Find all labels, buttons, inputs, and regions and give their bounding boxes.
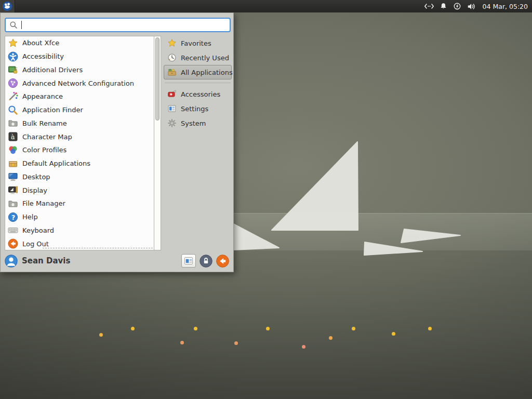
gear-icon xyxy=(167,118,177,128)
wallpaper-dot xyxy=(99,333,103,337)
category-separator xyxy=(165,83,231,83)
search-field[interactable] xyxy=(5,18,231,32)
category-label: Settings xyxy=(181,105,208,113)
app-item-label: Appearance xyxy=(22,92,63,100)
app-item-color-profiles[interactable]: Color Profiles xyxy=(5,143,154,157)
category-settings[interactable]: Settings xyxy=(164,101,232,116)
category-label: Favorites xyxy=(181,39,211,47)
category-favorites[interactable]: Favorites xyxy=(164,36,232,50)
settings-panes-icon xyxy=(183,256,194,265)
app-item-label: Additional Drivers xyxy=(22,66,83,74)
wallpaper-dot xyxy=(352,327,355,330)
category-list: Favorites Recently Used All Applications… xyxy=(164,36,232,130)
user-name: Sean Davis xyxy=(22,256,70,265)
app-item-advanced-network-configuration[interactable]: Advanced Network Configuration xyxy=(5,76,154,90)
app-item-label: File Manager xyxy=(22,200,65,207)
application-list: About Xfce Accessibility Additional Driv… xyxy=(5,36,154,250)
svg-text:?: ? xyxy=(11,213,15,221)
display-ruler-icon xyxy=(7,184,19,196)
xubuntu-logo-icon xyxy=(2,1,12,11)
scrollbar-thumb[interactable] xyxy=(155,37,159,121)
app-item-label: Keyboard xyxy=(22,227,54,234)
box-star-icon xyxy=(7,158,19,169)
wallpaper-dot xyxy=(266,327,270,330)
category-label: All Applications xyxy=(181,69,233,76)
app-item-bulk-rename[interactable]: Bulk Rename xyxy=(5,117,154,130)
folder-home-icon xyxy=(7,198,19,209)
app-item-desktop[interactable]: Desktop xyxy=(5,170,154,184)
category-accessories[interactable]: Accessories xyxy=(164,87,232,101)
star-icon xyxy=(167,38,177,48)
log-out-button[interactable] xyxy=(216,255,229,268)
character-map-icon: à xyxy=(7,131,19,142)
app-item-default-applications[interactable]: Default Applications xyxy=(5,157,154,170)
category-all-applications[interactable]: All Applications xyxy=(164,65,232,79)
network-icon[interactable] xyxy=(424,2,434,10)
app-item-character-map[interactable]: à Character Map xyxy=(5,130,154,143)
star-icon xyxy=(7,37,19,49)
user-bar: Sean Davis xyxy=(1,250,233,272)
volume-icon[interactable] xyxy=(467,2,477,11)
app-item-label: Character Map xyxy=(22,133,72,141)
category-label: Accessories xyxy=(181,90,220,98)
panel-clock[interactable]: 04 Mar, 05:20 xyxy=(482,3,528,10)
whisker-menu-window: About Xfce Accessibility Additional Driv… xyxy=(0,12,234,272)
wallpaper-dot xyxy=(329,336,332,340)
svg-text:à: à xyxy=(11,133,15,141)
settings-manager-button[interactable] xyxy=(181,254,196,268)
app-item-additional-drivers[interactable]: Additional Drivers xyxy=(5,63,154,77)
lock-screen-button[interactable] xyxy=(200,255,212,268)
magnifier-icon xyxy=(7,104,19,116)
accessibility-icon xyxy=(7,51,19,62)
folder-home-icon xyxy=(7,117,19,129)
wallpaper-dot xyxy=(302,345,305,349)
app-item-appearance[interactable]: Appearance xyxy=(5,90,154,103)
app-item-label: Bulk Rename xyxy=(22,119,67,127)
category-recently-used[interactable]: Recently Used xyxy=(164,50,232,65)
app-item-log-out[interactable]: Log Out xyxy=(5,237,154,250)
network-sphere-icon xyxy=(7,77,19,89)
app-item-file-manager[interactable]: File Manager xyxy=(5,197,154,210)
app-item-accessibility[interactable]: Accessibility xyxy=(5,50,154,63)
swiss-knife-icon xyxy=(167,89,177,99)
wallpaper-triangle-large xyxy=(272,142,358,230)
app-item-keyboard[interactable]: Keyboard xyxy=(5,224,154,237)
app-item-help[interactable]: ? Help xyxy=(5,210,154,224)
search-input[interactable] xyxy=(22,21,227,29)
app-item-label: Advanced Network Configuration xyxy=(22,79,134,87)
app-item-label: Help xyxy=(22,213,38,221)
list-end-dashed-line xyxy=(43,248,153,248)
app-item-label: About Xfce xyxy=(22,39,59,47)
appearance-brush-icon xyxy=(7,91,19,102)
wallpaper-dot xyxy=(194,327,197,330)
power-manager-icon[interactable] xyxy=(453,2,462,11)
wallpaper-dot xyxy=(392,332,395,336)
app-item-label: Default Applications xyxy=(22,159,90,167)
wallpaper-triangle-small-lower xyxy=(364,242,422,255)
avatar xyxy=(5,255,18,268)
app-item-label: Desktop xyxy=(22,173,50,181)
category-label: System xyxy=(181,119,206,127)
color-circles-icon xyxy=(7,144,19,156)
category-label: Recently Used xyxy=(181,54,229,62)
chip-lock-icon xyxy=(7,64,19,75)
clock-icon xyxy=(167,52,177,63)
app-item-label: Display xyxy=(22,187,47,194)
app-item-label: Color Profiles xyxy=(22,146,66,154)
wallpaper-dot xyxy=(131,327,135,330)
search-icon xyxy=(9,20,19,30)
wallpaper-dot xyxy=(428,327,432,330)
app-item-application-finder[interactable]: Application Finder xyxy=(5,103,154,117)
notifications-bell-icon[interactable] xyxy=(439,2,448,11)
applications-drawer-icon xyxy=(167,67,177,77)
category-system[interactable]: System xyxy=(164,116,232,130)
top-panel: 04 Mar, 05:20 xyxy=(0,0,532,12)
app-item-display[interactable]: Display xyxy=(5,183,154,197)
log-out-icon xyxy=(7,238,19,249)
whisker-menu-button[interactable] xyxy=(0,0,15,12)
wallpaper-dot xyxy=(234,341,238,345)
app-list-scrollbar[interactable] xyxy=(154,36,161,250)
settings-panes-icon xyxy=(167,103,177,114)
app-item-about-xfce[interactable]: About Xfce xyxy=(5,36,154,50)
monitor-icon xyxy=(7,171,19,182)
